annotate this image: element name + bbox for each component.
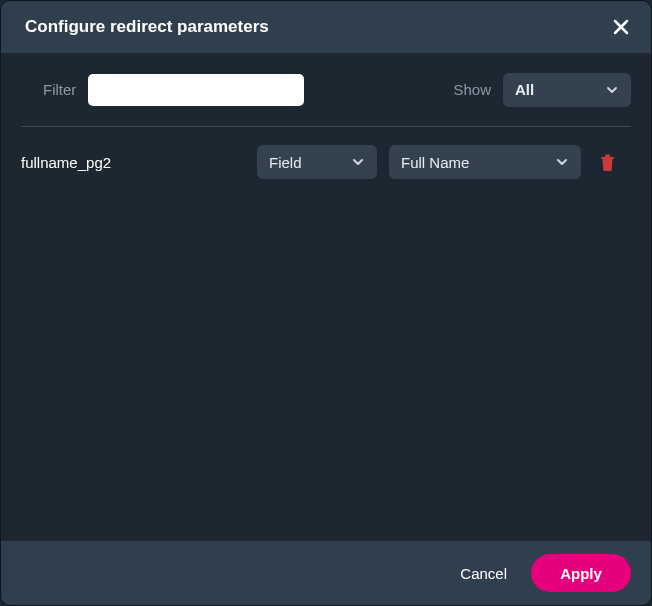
modal-footer: Cancel Apply: [1, 541, 651, 605]
param-value-select[interactable]: Full Name: [389, 145, 581, 179]
svg-rect-3: [605, 154, 610, 157]
param-type-select[interactable]: Field: [257, 145, 377, 179]
modal-title: Configure redirect parameters: [25, 17, 269, 37]
close-icon: [611, 17, 631, 37]
show-group: Show All: [453, 73, 631, 107]
param-name: fullname_pg2: [21, 154, 245, 171]
apply-button[interactable]: Apply: [531, 554, 631, 592]
close-button[interactable]: [607, 13, 635, 41]
filter-input[interactable]: [88, 74, 304, 106]
chevron-down-icon: [351, 155, 365, 169]
param-type-value: Field: [269, 154, 302, 171]
filter-group: Filter: [21, 74, 304, 106]
show-select[interactable]: All: [503, 73, 631, 107]
trash-icon: [600, 154, 615, 171]
show-select-value: All: [515, 81, 534, 98]
delete-param-button[interactable]: [597, 152, 617, 172]
modal-header: Configure redirect parameters: [1, 1, 651, 53]
filter-label: Filter: [43, 81, 76, 98]
filter-bar: Filter Show All: [21, 53, 631, 127]
svg-rect-2: [601, 157, 614, 159]
chevron-down-icon: [605, 83, 619, 97]
modal-body: Filter Show All fullname_pg2 Field: [1, 53, 651, 541]
param-value-value: Full Name: [401, 154, 469, 171]
configure-redirect-modal: Configure redirect parameters Filter Sho…: [0, 0, 652, 606]
cancel-button[interactable]: Cancel: [460, 565, 507, 582]
param-row: fullname_pg2 Field Full Name: [21, 127, 631, 197]
show-label: Show: [453, 81, 491, 98]
chevron-down-icon: [555, 155, 569, 169]
